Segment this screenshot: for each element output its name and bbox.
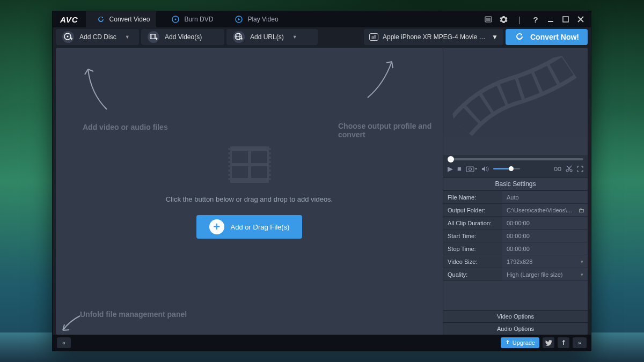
- maximize-button[interactable]: [561, 14, 570, 24]
- folder-icon[interactable]: 🗀: [579, 207, 584, 213]
- svg-rect-37: [269, 157, 270, 159]
- play-circle-icon: [235, 15, 243, 24]
- tab-play-video[interactable]: Play Video: [219, 11, 289, 27]
- svg-rect-7: [548, 21, 553, 22]
- seek-thumb[interactable]: [448, 156, 454, 162]
- stop-button[interactable]: ■: [457, 165, 462, 173]
- all-icon: all: [369, 33, 378, 41]
- player-controls: ▶ ■ ▾: [443, 162, 588, 177]
- svg-rect-27: [228, 148, 230, 150]
- setting-quality: Quality: High (Larger file size)▾: [443, 268, 588, 281]
- add-drag-files-button[interactable]: + Add or Drag File(s): [196, 215, 303, 239]
- svg-point-1: [175, 19, 177, 20]
- refresh-icon: [514, 31, 525, 43]
- volume-slider[interactable]: [493, 168, 520, 169]
- toolbar: + Add CD Disc ▼ + Add Video(s) + Add URL…: [53, 27, 591, 47]
- svg-rect-38: [269, 161, 270, 163]
- seek-bar[interactable]: [448, 158, 583, 160]
- svg-rect-25: [228, 146, 230, 183]
- link-button[interactable]: [554, 166, 561, 172]
- expand-panel-button[interactable]: «: [57, 337, 71, 348]
- audio-options-button[interactable]: Audio Options: [443, 322, 588, 335]
- close-button[interactable]: [576, 14, 586, 24]
- side-panel: ▶ ■ ▾ Basic Settings File Name: Auto Out…: [443, 48, 588, 335]
- list-icon[interactable]: [484, 14, 493, 24]
- minimize-button[interactable]: [546, 14, 555, 24]
- svg-rect-31: [228, 165, 230, 167]
- bottom-bar: « Upgrade f »: [53, 335, 591, 351]
- convert-now-button[interactable]: Convert Now!: [506, 29, 588, 45]
- chevron-down-icon: ▾: [581, 259, 583, 264]
- drop-zone[interactable]: Add video or audio files Choose output p…: [56, 48, 443, 335]
- upgrade-button[interactable]: Upgrade: [501, 337, 539, 348]
- hint-arrow-icon: [83, 64, 115, 112]
- dropzone-text: Click the button below or drag and drop …: [166, 195, 333, 203]
- setting-label: Output Folder:: [443, 204, 502, 216]
- output-profile-button[interactable]: all Apple iPhone XR MPEG-4 Movie (*.m… ▼: [364, 29, 503, 45]
- setting-label: Start Time:: [443, 230, 502, 242]
- setting-value[interactable]: High (Larger file size)▾: [502, 268, 588, 280]
- fullscreen-button[interactable]: [577, 166, 583, 172]
- svg-rect-23: [232, 166, 248, 178]
- svg-text:+: +: [240, 36, 243, 42]
- video-options-button[interactable]: Video Options: [443, 310, 588, 322]
- svg-rect-29: [228, 157, 230, 159]
- disc-icon: [171, 15, 180, 24]
- chevron-down-icon: ▼: [125, 34, 130, 40]
- window-controls: | ?: [484, 14, 591, 24]
- svg-rect-24: [251, 166, 267, 178]
- cut-button[interactable]: [566, 165, 573, 172]
- setting-label: File Name:: [443, 191, 502, 203]
- setting-value[interactable]: Auto: [502, 191, 588, 203]
- add-urls-button[interactable]: + Add URL(s) ▼: [226, 29, 318, 45]
- hint-choose-profile: Choose output profile and convert: [338, 122, 443, 139]
- twitter-button[interactable]: [543, 337, 554, 348]
- setting-value[interactable]: 00:00:00: [502, 230, 588, 242]
- setting-label: Video Size:: [443, 255, 502, 268]
- setting-value[interactable]: C:\Users\cathe\Videos\…🗀: [502, 204, 588, 216]
- svg-rect-33: [228, 174, 230, 176]
- svg-rect-28: [228, 152, 230, 154]
- snapshot-button[interactable]: ▾: [466, 166, 477, 172]
- tabs: Convert Video Burn DVD Play Video: [86, 11, 289, 27]
- more-button[interactable]: »: [573, 337, 587, 348]
- setting-output-folder: Output Folder: C:\Users\cathe\Videos\…🗀: [443, 204, 588, 217]
- svg-rect-43: [466, 167, 474, 172]
- button-label: Convert Now!: [530, 33, 579, 41]
- setting-label: Quality:: [443, 268, 502, 280]
- tab-convert-video[interactable]: Convert Video: [86, 11, 161, 27]
- upload-icon: [505, 339, 510, 346]
- hint-arrow-icon: [58, 313, 85, 335]
- svg-rect-36: [269, 152, 270, 154]
- svg-rect-35: [269, 148, 270, 150]
- app-logo: AVC: [53, 15, 86, 24]
- hint-add-files: Add video or audio files: [83, 123, 168, 131]
- add-videos-button[interactable]: + Add Video(s): [141, 29, 224, 45]
- preview-area: [443, 48, 588, 155]
- add-cd-disc-button[interactable]: + Add CD Disc ▼: [56, 29, 139, 45]
- hint-arrow-icon: [362, 57, 400, 100]
- setting-value: 00:00:00: [502, 217, 588, 229]
- help-icon[interactable]: ?: [531, 14, 540, 24]
- setting-value[interactable]: 00:00:00: [502, 242, 588, 255]
- button-label: Add Video(s): [165, 33, 202, 41]
- hint-unfold: Unfold file management panel: [80, 310, 187, 319]
- svg-text:+: +: [70, 36, 73, 42]
- refresh-icon: [97, 15, 105, 24]
- setting-stop-time: Stop Time: 00:00:00: [443, 242, 588, 255]
- tab-label: Convert Video: [109, 16, 150, 23]
- facebook-button[interactable]: f: [558, 337, 569, 348]
- setting-value[interactable]: 1792x828▾: [502, 255, 588, 268]
- gear-icon[interactable]: [499, 14, 508, 24]
- tab-burn-dvd[interactable]: Burn DVD: [156, 11, 224, 27]
- play-button[interactable]: ▶: [448, 165, 453, 173]
- tab-label: Play Video: [247, 16, 278, 23]
- film-strip-icon: [445, 54, 586, 149]
- main-area: Add video or audio files Choose output p…: [56, 48, 588, 335]
- volume-button[interactable]: [481, 166, 489, 172]
- button-label: Upgrade: [513, 339, 535, 346]
- svg-rect-22: [251, 151, 267, 163]
- svg-rect-30: [228, 161, 230, 163]
- title-bar: AVC Convert Video Burn DVD Play Video: [53, 11, 591, 27]
- svg-rect-45: [554, 167, 557, 171]
